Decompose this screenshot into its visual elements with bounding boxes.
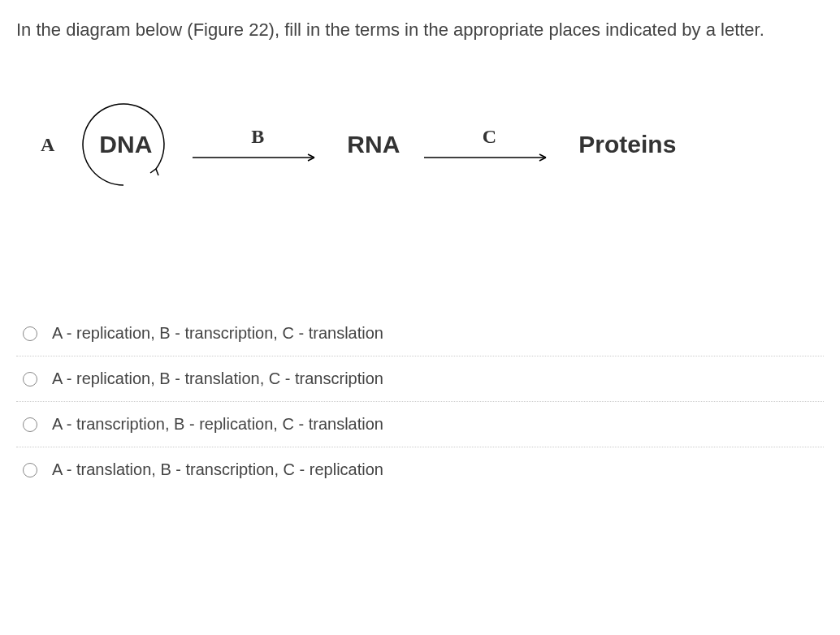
arrow-c-group: C <box>424 126 554 163</box>
option-row[interactable]: A - replication, B - translation, C - tr… <box>16 356 824 402</box>
question-text: In the diagram below (Figure 22), fill i… <box>16 16 824 43</box>
option-row[interactable]: A - transcription, B - replication, C - … <box>16 402 824 447</box>
label-a: A <box>41 134 54 156</box>
radio-icon <box>23 326 37 341</box>
label-b: B <box>251 126 264 148</box>
option-label: A - transcription, B - replication, C - … <box>52 415 383 434</box>
option-label: A - translation, B - transcription, C - … <box>52 460 383 479</box>
option-label: A - replication, B - translation, C - tr… <box>52 369 383 388</box>
radio-icon <box>23 417 37 432</box>
radio-icon <box>23 463 37 477</box>
radio-icon <box>23 372 37 387</box>
dna-node: DNA <box>99 131 152 158</box>
arrow-icon <box>193 152 323 163</box>
label-c: C <box>483 126 496 148</box>
rna-node: RNA <box>347 131 400 158</box>
option-row[interactable]: A - replication, B - transcription, C - … <box>16 311 824 356</box>
central-dogma-diagram: A DNA B RNA C Proteins <box>41 92 824 197</box>
proteins-node: Proteins <box>578 131 676 158</box>
option-label: A - replication, B - transcription, C - … <box>52 324 383 343</box>
answer-options: A - replication, B - transcription, C - … <box>16 311 824 492</box>
arrow-icon <box>424 152 554 163</box>
option-row[interactable]: A - translation, B - transcription, C - … <box>16 447 824 492</box>
arrow-b-group: B <box>193 126 323 163</box>
